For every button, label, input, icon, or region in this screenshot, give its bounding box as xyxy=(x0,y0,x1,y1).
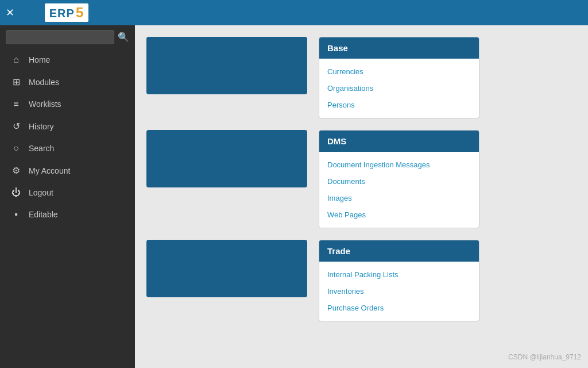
link-inventories[interactable]: Inventories xyxy=(319,283,479,300)
worklists-icon: ≡ xyxy=(10,99,22,109)
sidebar-label-logout: Logout xyxy=(29,188,53,197)
sidebar-item-search[interactable]: ○ Search xyxy=(0,137,135,159)
logo-number: 5 xyxy=(76,5,84,20)
base-module-card: Base Currencies Organisations Persons xyxy=(319,37,479,118)
close-icon[interactable]: ✕ xyxy=(6,6,14,19)
trade-card-header: Trade xyxy=(319,240,479,262)
link-purchase-orders[interactable]: Purchase Orders xyxy=(319,300,479,316)
left-placeholder-2 xyxy=(146,130,307,187)
sidebar-nav: ⌂ Home ⊞ Modules ≡ Worklists ↺ History ○… xyxy=(0,49,135,225)
sidebar: ✕ ERP5 🔍 ⌂ Home ⊞ Modules ≡ Worklists ↺ … xyxy=(0,0,135,368)
logout-icon: ⏻ xyxy=(10,187,22,198)
account-icon: ⚙ xyxy=(10,165,22,176)
topbar xyxy=(135,0,588,25)
sidebar-label-my-account: My Account xyxy=(29,166,70,175)
link-internal-packing-lists[interactable]: Internal Packing Lists xyxy=(319,266,479,283)
dms-module-card: DMS Document Ingestion Messages Document… xyxy=(319,130,479,228)
link-documents[interactable]: Documents xyxy=(319,173,479,190)
editable-icon: ▪ xyxy=(10,209,22,220)
search-bar: 🔍 xyxy=(0,25,135,49)
watermark: CSDN @lijianhua_9712 xyxy=(508,353,581,361)
search-input[interactable] xyxy=(6,30,114,44)
row-1: Base Currencies Organisations Persons xyxy=(146,37,577,118)
sidebar-item-worklists[interactable]: ≡ Worklists xyxy=(0,93,135,115)
row-3: Trade Internal Packing Lists Inventories… xyxy=(146,240,577,321)
history-icon: ↺ xyxy=(10,121,22,132)
sidebar-item-home[interactable]: ⌂ Home xyxy=(0,49,135,71)
sidebar-header: ✕ ERP5 xyxy=(0,0,135,25)
sidebar-item-history[interactable]: ↺ History xyxy=(0,115,135,137)
modules-icon: ⊞ xyxy=(10,76,22,87)
sidebar-label-search: Search xyxy=(29,144,54,153)
link-web-pages[interactable]: Web Pages xyxy=(319,206,479,223)
sidebar-label-home: Home xyxy=(29,55,50,64)
sidebar-label-history: History xyxy=(29,122,54,131)
main-wrapper: Base Currencies Organisations Persons DM… xyxy=(135,0,588,368)
search-icon[interactable]: 🔍 xyxy=(118,32,129,43)
sidebar-item-modules[interactable]: ⊞ Modules xyxy=(0,71,135,93)
content-area: Base Currencies Organisations Persons DM… xyxy=(135,25,588,368)
base-card-header: Base xyxy=(319,37,479,59)
link-document-ingestion[interactable]: Document Ingestion Messages xyxy=(319,156,479,173)
sidebar-label-modules: Modules xyxy=(29,78,59,87)
dms-card-body: Document Ingestion Messages Documents Im… xyxy=(319,152,479,228)
link-persons[interactable]: Persons xyxy=(319,97,479,113)
sidebar-label-editable: Editable xyxy=(29,210,58,219)
link-organisations[interactable]: Organisations xyxy=(319,80,479,97)
row-2: DMS Document Ingestion Messages Document… xyxy=(146,130,577,228)
base-card-body: Currencies Organisations Persons xyxy=(319,59,479,118)
sidebar-item-my-account[interactable]: ⚙ My Account xyxy=(0,159,135,182)
sidebar-item-editable[interactable]: ▪ Editable xyxy=(0,204,135,225)
sidebar-logo: ERP5 xyxy=(45,3,88,22)
link-images[interactable]: Images xyxy=(319,190,479,206)
logo-text: ERP5 xyxy=(45,3,88,22)
trade-module-card: Trade Internal Packing Lists Inventories… xyxy=(319,240,479,321)
left-placeholder-3 xyxy=(146,240,307,297)
sidebar-item-logout[interactable]: ⏻ Logout xyxy=(0,182,135,204)
dms-card-header: DMS xyxy=(319,131,479,152)
sidebar-label-worklists: Worklists xyxy=(29,99,61,109)
trade-card-body: Internal Packing Lists Inventories Purch… xyxy=(319,262,479,321)
left-placeholder-1 xyxy=(146,37,307,94)
search-nav-icon: ○ xyxy=(10,143,22,154)
home-icon: ⌂ xyxy=(10,55,22,65)
link-currencies[interactable]: Currencies xyxy=(319,63,479,80)
